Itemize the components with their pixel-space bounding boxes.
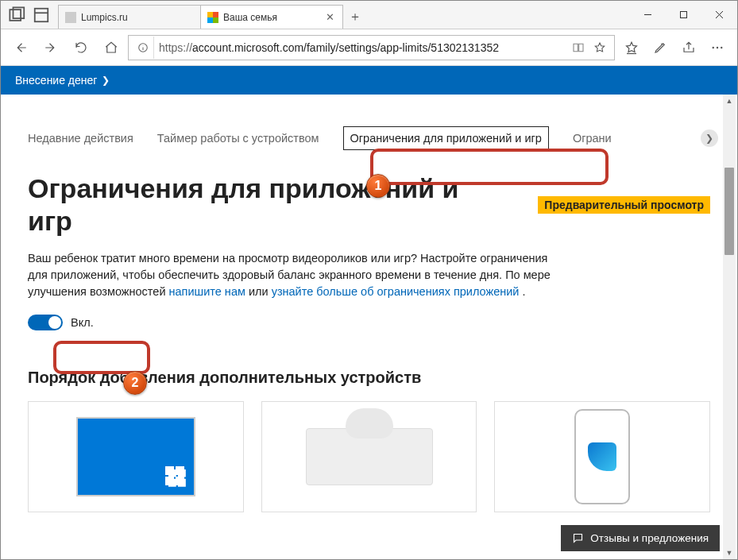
tab-label: Lumpics.ru — [81, 12, 128, 23]
svg-rect-2 — [35, 8, 48, 21]
url-box[interactable]: https://account.microsoft.com/family/set… — [128, 35, 615, 60]
toolbar-right — [618, 34, 731, 61]
tabs-aside-icon[interactable] — [9, 6, 26, 24]
favorite-icon[interactable] — [589, 41, 611, 54]
promo-banner[interactable]: Внесение денег ❯ — [1, 66, 737, 95]
app-limits-toggle[interactable] — [28, 315, 63, 330]
family-nav: Недавние действия Таймер работы с устрой… — [28, 126, 710, 150]
preview-badge: Предварительный просмотр — [538, 196, 710, 214]
scrollbar-thumb[interactable] — [724, 168, 734, 255]
tab-label: Ваша семья — [223, 12, 277, 23]
page-title: Ограничения для приложений и игр — [28, 172, 473, 238]
window-controls — [630, 1, 737, 29]
page-description: Ваш ребенок тратит много времени на прос… — [28, 250, 568, 300]
favicon-microsoft-icon — [207, 12, 218, 23]
app-limits-toggle-row: Вкл. — [28, 315, 710, 330]
svg-point-12 — [713, 46, 714, 48]
url-text[interactable]: https://account.microsoft.com/family/set… — [159, 41, 568, 54]
annotation-badge-2: 2 — [123, 371, 147, 395]
minimize-button[interactable] — [630, 1, 666, 29]
device-card-mobile[interactable] — [494, 401, 710, 512]
favorites-hub-icon[interactable] — [618, 34, 645, 61]
site-info-icon[interactable] — [132, 37, 154, 59]
reading-view-icon[interactable] — [568, 41, 589, 54]
svg-point-14 — [721, 46, 722, 48]
forward-button[interactable] — [37, 34, 64, 61]
device-card-windows[interactable] — [28, 401, 244, 512]
address-bar: https://account.microsoft.com/family/set… — [1, 29, 737, 66]
svg-point-13 — [717, 46, 718, 48]
share-icon[interactable] — [675, 34, 702, 61]
home-button[interactable] — [98, 34, 125, 61]
feedback-button[interactable]: Отзывы и предложения — [561, 525, 720, 551]
close-tab-icon[interactable]: ✕ — [324, 11, 336, 23]
tabs-list-icon[interactable] — [33, 6, 50, 24]
browser-tabs: Lumpics.ru Ваша семья ✕ ＋ — [58, 1, 630, 29]
window-titlebar: Lumpics.ru Ваша семья ✕ ＋ — [1, 1, 737, 29]
nav-content-restrictions[interactable]: Ограни — [573, 132, 612, 145]
nav-app-limits[interactable]: Ограничения для приложений и игр — [343, 126, 549, 150]
titlebar-sysicons — [1, 1, 58, 29]
page-content-wrap: Недавние действия Таймер работы с устрой… — [1, 95, 737, 559]
windows-device-illustration — [76, 417, 195, 496]
nav-scroll-right-icon[interactable]: ❯ — [701, 129, 718, 147]
notes-icon[interactable] — [647, 34, 674, 61]
phone-illustration — [574, 409, 630, 504]
chevron-right-icon: ❯ — [102, 75, 110, 86]
nav-screen-time[interactable]: Таймер работы с устройством — [157, 132, 319, 145]
tab-family[interactable]: Ваша семья ✕ — [200, 5, 343, 29]
toggle-label: Вкл. — [71, 316, 94, 329]
nav-recent-activity[interactable]: Недавние действия — [28, 132, 133, 145]
menu-icon[interactable] — [704, 34, 731, 61]
toggle-knob — [48, 316, 61, 329]
windows-logo-icon — [165, 466, 184, 485]
device-cards — [28, 401, 710, 512]
feedback-label: Отзывы и предложения — [590, 532, 709, 544]
new-tab-button[interactable]: ＋ — [342, 5, 368, 29]
tab-lumpics[interactable]: Lumpics.ru — [58, 5, 201, 29]
page-content: Недавние действия Таймер работы с устрой… — [1, 95, 737, 512]
refresh-button[interactable] — [68, 34, 95, 61]
annotation-badge-1: 1 — [366, 174, 390, 198]
xbox-illustration — [306, 428, 433, 485]
banner-text: Внесение денег — [15, 74, 97, 87]
scroll-up-icon[interactable]: ▲ — [723, 95, 736, 107]
device-card-xbox[interactable] — [261, 401, 477, 512]
vertical-scrollbar[interactable]: ▲ ▼ — [723, 95, 736, 559]
edge-logo-icon — [588, 442, 616, 471]
maximize-button[interactable] — [666, 1, 701, 29]
back-button[interactable] — [7, 34, 34, 61]
link-write-us[interactable]: напишите нам — [169, 285, 245, 298]
scroll-down-icon[interactable]: ▼ — [723, 546, 736, 559]
chat-icon — [572, 532, 584, 544]
close-window-button[interactable] — [701, 1, 737, 29]
link-learn-more[interactable]: узнайте больше об ограничениях приложени… — [272, 285, 520, 298]
favicon-generic-icon — [65, 12, 76, 23]
svg-rect-5 — [681, 12, 687, 18]
